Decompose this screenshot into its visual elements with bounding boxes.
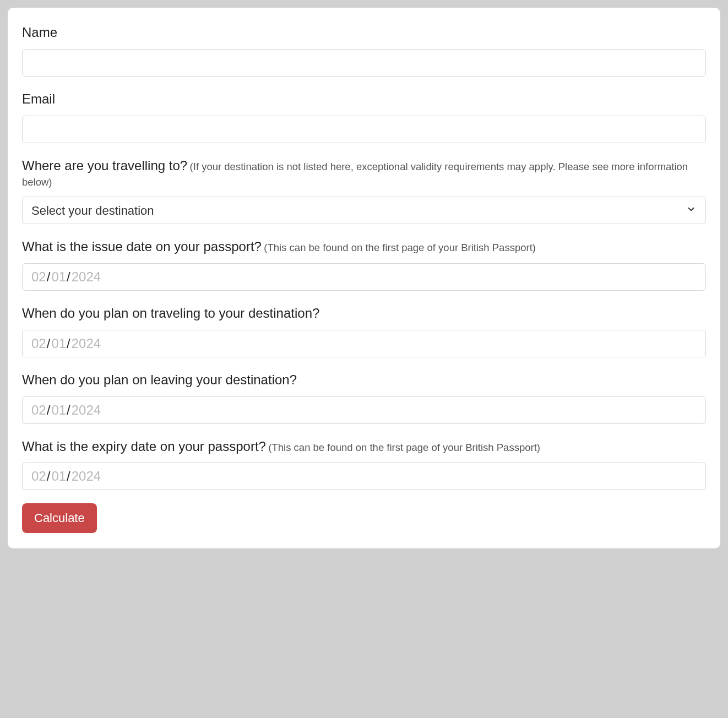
calculate-button[interactable]: Calculate [22,503,97,533]
date-separator: / [67,336,70,351]
issue-date-hint: (This can be found on the first page of … [264,242,536,253]
form-group-name: Name [22,23,706,77]
leave-date-label: When do you plan on leaving your destina… [22,372,297,387]
expiry-date-input[interactable]: 02/01/2024 [22,463,706,490]
issue-date-input[interactable]: 02/01/2024 [22,263,706,291]
expiry-date-hint: (This can be found on the first page of … [268,442,540,453]
travel-date-month: 01 [51,336,66,351]
form-group-email: Email [22,90,706,143]
travel-date-label: When do you plan on traveling to your de… [22,306,319,320]
date-separator: / [47,336,51,351]
name-input[interactable] [22,49,706,77]
form-card: Name Email Where are you travelling to? … [8,8,720,548]
leave-date-year: 2024 [72,402,101,418]
issue-date-month: 01 [51,269,66,285]
form-group-issue-date: What is the issue date on your passport?… [22,237,706,291]
date-separator: / [67,402,70,418]
destination-select-wrap: Select your destination [22,197,706,224]
expiry-date-day: 02 [31,469,46,484]
expiry-date-year: 2024 [72,469,101,484]
issue-date-year: 2024 [72,269,101,285]
date-separator: / [67,469,70,484]
date-separator: / [47,469,51,484]
issue-date-label: What is the issue date on your passport? [22,239,262,254]
form-group-travel-date: When do you plan on traveling to your de… [22,304,706,357]
destination-select[interactable]: Select your destination [22,197,706,224]
date-separator: / [47,402,51,418]
leave-date-month: 01 [51,402,66,418]
form-group-leave-date: When do you plan on leaving your destina… [22,371,706,424]
date-separator: / [47,269,51,285]
destination-label: Where are you travelling to? [22,158,187,173]
email-label: Email [22,91,55,106]
expiry-date-label: What is the expiry date on your passport… [22,439,266,454]
email-input[interactable] [22,116,706,143]
issue-date-day: 02 [31,269,46,285]
travel-date-input[interactable]: 02/01/2024 [22,330,706,357]
travel-date-year: 2024 [72,336,101,351]
travel-date-day: 02 [31,336,46,351]
form-group-destination: Where are you travelling to? (If your de… [22,156,706,225]
leave-date-input[interactable]: 02/01/2024 [22,396,706,424]
date-separator: / [67,269,70,285]
expiry-date-month: 01 [51,469,66,484]
form-group-expiry-date: What is the expiry date on your passport… [22,437,706,491]
leave-date-day: 02 [31,402,46,418]
name-label: Name [22,25,57,40]
